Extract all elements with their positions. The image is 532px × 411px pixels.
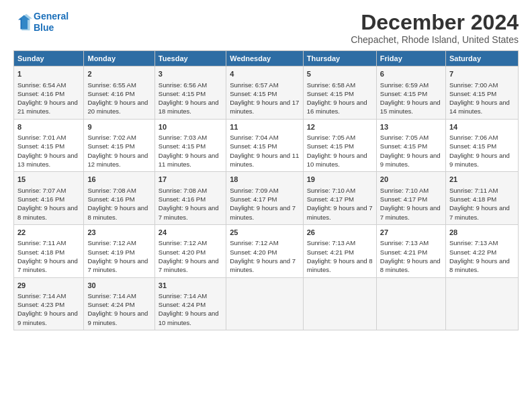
sunrise-text: Sunrise: 7:09 AM <box>230 187 278 194</box>
day-number: 10 <box>159 122 222 132</box>
day-number: 15 <box>17 175 80 185</box>
header: GeneralBlue December 2024 Chepachet, Rho… <box>13 11 519 45</box>
sunrise-text: Sunrise: 6:58 AM <box>307 81 355 89</box>
calendar-cell: 12Sunrise: 7:05 AMSunset: 4:15 PMDayligh… <box>303 119 376 172</box>
sunset-text: Sunset: 4:15 PM <box>230 142 277 150</box>
sunset-text: Sunset: 4:15 PM <box>449 142 496 150</box>
sunset-text: Sunset: 4:22 PM <box>449 248 496 256</box>
calendar-cell <box>303 277 376 330</box>
calendar-cell: 2Sunrise: 6:55 AMSunset: 4:16 PMDaylight… <box>84 66 154 120</box>
header-cell-tuesday: Tuesday <box>154 51 226 66</box>
sunset-text: Sunset: 4:24 PM <box>87 301 134 308</box>
sunrise-text: Sunrise: 7:05 AM <box>307 134 355 141</box>
calendar-table: SundayMondayTuesdayWednesdayThursdayFrid… <box>13 50 519 330</box>
day-number: 2 <box>87 69 150 79</box>
sunrise-text: Sunrise: 6:57 AM <box>230 81 278 89</box>
week-row-1: 1Sunrise: 6:54 AMSunset: 4:16 PMDaylight… <box>14 66 519 120</box>
calendar-cell: 3Sunrise: 6:56 AMSunset: 4:15 PMDaylight… <box>154 66 226 120</box>
daylight-text: Daylight: 9 hours and 13 minutes. <box>17 152 78 168</box>
sunset-text: Sunset: 4:16 PM <box>17 195 64 203</box>
calendar-cell: 13Sunrise: 7:05 AMSunset: 4:15 PMDayligh… <box>376 119 445 172</box>
sunrise-text: Sunrise: 7:04 AM <box>230 134 278 141</box>
sunset-text: Sunset: 4:15 PM <box>159 142 206 150</box>
main-title: December 2024 <box>351 11 519 34</box>
calendar-cell: 25Sunrise: 7:12 AMSunset: 4:20 PMDayligh… <box>226 224 303 277</box>
sunset-text: Sunset: 4:20 PM <box>230 248 277 256</box>
sunset-text: Sunset: 4:16 PM <box>87 90 134 97</box>
day-number: 26 <box>307 228 373 238</box>
daylight-text: Daylight: 9 hours and 8 minutes. <box>449 257 510 273</box>
calendar-cell <box>226 277 303 330</box>
sunrise-text: Sunrise: 7:08 AM <box>87 187 136 194</box>
daylight-text: Daylight: 9 hours and 10 minutes. <box>307 152 367 168</box>
daylight-text: Daylight: 9 hours and 7 minutes. <box>380 204 441 220</box>
sunrise-text: Sunrise: 7:12 AM <box>87 239 136 246</box>
daylight-text: Daylight: 9 hours and 11 minutes. <box>230 152 299 168</box>
day-number: 4 <box>230 69 299 79</box>
sunset-text: Sunset: 4:15 PM <box>449 90 496 97</box>
sunset-text: Sunset: 4:20 PM <box>159 248 206 256</box>
sunrise-text: Sunrise: 7:14 AM <box>17 292 66 300</box>
daylight-text: Daylight: 9 hours and 21 minutes. <box>17 99 78 115</box>
sunrise-text: Sunrise: 7:13 AM <box>307 239 355 246</box>
sunset-text: Sunset: 4:15 PM <box>159 90 206 97</box>
calendar-cell: 26Sunrise: 7:13 AMSunset: 4:21 PMDayligh… <box>303 224 376 277</box>
calendar-cell <box>376 277 445 330</box>
sunset-text: Sunset: 4:16 PM <box>159 195 206 203</box>
page: GeneralBlue December 2024 Chepachet, Rho… <box>0 0 532 411</box>
calendar-cell: 9Sunrise: 7:02 AMSunset: 4:15 PMDaylight… <box>84 119 154 172</box>
logo: GeneralBlue <box>13 11 69 34</box>
day-number: 31 <box>159 281 222 291</box>
sunset-text: Sunset: 4:18 PM <box>17 248 64 256</box>
sunset-text: Sunset: 4:16 PM <box>87 195 134 203</box>
day-number: 23 <box>87 228 150 238</box>
daylight-text: Daylight: 9 hours and 7 minutes. <box>159 257 219 273</box>
week-row-4: 22Sunrise: 7:11 AMSunset: 4:18 PMDayligh… <box>14 224 519 277</box>
daylight-text: Daylight: 9 hours and 7 minutes. <box>230 257 296 273</box>
calendar-cell: 14Sunrise: 7:06 AMSunset: 4:15 PMDayligh… <box>445 119 518 172</box>
header-cell-friday: Friday <box>376 51 445 66</box>
sunset-text: Sunset: 4:21 PM <box>380 248 427 256</box>
sunrise-text: Sunrise: 7:07 AM <box>17 187 66 194</box>
calendar-cell: 27Sunrise: 7:13 AMSunset: 4:21 PMDayligh… <box>376 224 445 277</box>
calendar-cell: 17Sunrise: 7:08 AMSunset: 4:16 PMDayligh… <box>154 172 226 225</box>
calendar-cell: 23Sunrise: 7:12 AMSunset: 4:19 PMDayligh… <box>84 224 154 277</box>
sunset-text: Sunset: 4:17 PM <box>380 195 427 203</box>
calendar-cell: 22Sunrise: 7:11 AMSunset: 4:18 PMDayligh… <box>14 224 84 277</box>
day-number: 5 <box>307 69 373 79</box>
day-number: 12 <box>307 122 373 132</box>
calendar-cell: 11Sunrise: 7:04 AMSunset: 4:15 PMDayligh… <box>226 119 303 172</box>
calendar-cell: 24Sunrise: 7:12 AMSunset: 4:20 PMDayligh… <box>154 224 226 277</box>
daylight-text: Daylight: 9 hours and 7 minutes. <box>449 204 510 220</box>
day-number: 16 <box>87 175 150 185</box>
sunset-text: Sunset: 4:15 PM <box>17 142 64 150</box>
calendar-body: 1Sunrise: 6:54 AMSunset: 4:16 PMDaylight… <box>14 66 519 330</box>
header-cell-wednesday: Wednesday <box>226 51 303 66</box>
daylight-text: Daylight: 9 hours and 9 minutes. <box>17 310 78 326</box>
daylight-text: Daylight: 9 hours and 15 minutes. <box>380 99 441 115</box>
calendar-cell: 8Sunrise: 7:01 AMSunset: 4:15 PMDaylight… <box>14 119 84 172</box>
day-number: 7 <box>449 69 515 79</box>
day-number: 24 <box>159 228 222 238</box>
sunset-text: Sunset: 4:15 PM <box>307 142 354 150</box>
sunrise-text: Sunrise: 7:00 AM <box>449 81 498 89</box>
calendar-cell: 20Sunrise: 7:10 AMSunset: 4:17 PMDayligh… <box>376 172 445 225</box>
sunrise-text: Sunrise: 7:13 AM <box>449 239 498 246</box>
day-number: 27 <box>380 228 442 238</box>
calendar-header: SundayMondayTuesdayWednesdayThursdayFrid… <box>14 51 519 66</box>
logo-text: GeneralBlue <box>34 11 69 34</box>
sunrise-text: Sunrise: 7:06 AM <box>449 134 498 141</box>
sunset-text: Sunset: 4:15 PM <box>307 90 354 97</box>
sunset-text: Sunset: 4:15 PM <box>380 90 427 97</box>
sunrise-text: Sunrise: 6:59 AM <box>380 81 429 89</box>
week-row-3: 15Sunrise: 7:07 AMSunset: 4:16 PMDayligh… <box>14 172 519 225</box>
daylight-text: Daylight: 9 hours and 7 minutes. <box>17 257 78 273</box>
day-number: 8 <box>17 122 80 132</box>
calendar-cell: 21Sunrise: 7:11 AMSunset: 4:18 PMDayligh… <box>445 172 518 225</box>
sunset-text: Sunset: 4:21 PM <box>307 248 354 256</box>
daylight-text: Daylight: 9 hours and 8 minutes. <box>17 204 78 220</box>
sunset-text: Sunset: 4:16 PM <box>17 90 64 97</box>
sunset-text: Sunset: 4:24 PM <box>159 301 206 308</box>
sunset-text: Sunset: 4:15 PM <box>87 142 134 150</box>
daylight-text: Daylight: 9 hours and 10 minutes. <box>159 310 219 326</box>
